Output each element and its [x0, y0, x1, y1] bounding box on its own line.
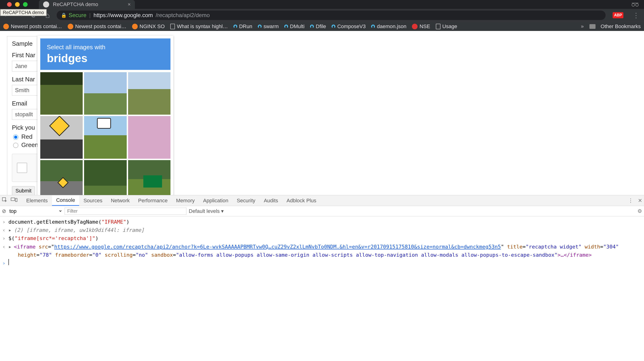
docker-icon: [332, 25, 335, 28]
console-text: >…</: [558, 252, 570, 258]
bookmark-label: swarm: [264, 24, 279, 30]
tab-favicon: [43, 2, 49, 8]
devtools-tab-application[interactable]: Application: [199, 195, 232, 206]
svg-rect-3: [11, 198, 15, 201]
challenge-grid: [40, 72, 170, 203]
challenge-instruction: Select all images with: [47, 44, 164, 51]
console-text: $(: [8, 235, 15, 241]
adblock-badge[interactable]: ABP: [612, 12, 624, 18]
bookmark-item[interactable]: Dfile: [310, 24, 326, 30]
devtools-tab-security[interactable]: Security: [232, 195, 260, 206]
console-text: "allow-forms allow-popups allow-same-ori…: [176, 252, 558, 258]
devtools-menu-icon[interactable]: ⋮: [628, 198, 633, 204]
devtools-tab-performance[interactable]: Performance: [134, 195, 172, 206]
console-text: iframe: [570, 252, 588, 258]
bookmark-item[interactable]: Newest posts contai…: [68, 24, 126, 30]
challenge-header: Select all images with bridges: [40, 39, 170, 70]
challenge-tile[interactable]: [40, 72, 83, 115]
radio-green-label: Green: [21, 141, 38, 149]
challenge-tile[interactable]: [128, 116, 170, 158]
console-output[interactable]: ›document.getElementsByTagName("IFRAME")…: [0, 216, 644, 269]
devtools-tab-console[interactable]: Console: [52, 195, 80, 206]
url-separator: |: [89, 12, 91, 19]
other-bookmarks[interactable]: Other Bookmarks: [590, 24, 641, 30]
bookmark-item[interactable]: Newest posts contai…: [3, 24, 62, 30]
browser-tab[interactable]: ReCAPTCHA demo ×: [39, 0, 135, 9]
docker-icon: [284, 25, 288, 28]
bookmark-label: Dfile: [316, 24, 326, 30]
devtools-panel: Elements Console Sources Network Perform…: [0, 195, 644, 275]
devtools-tab-network[interactable]: Network: [106, 195, 134, 206]
console-text: scrolling: [102, 252, 132, 258]
console-text: ]: [141, 227, 144, 233]
console-cursor: [8, 259, 9, 265]
close-window-icon[interactable]: [7, 2, 12, 7]
bookmark-item[interactable]: DRun: [234, 24, 252, 30]
bookmark-item[interactable]: Usage: [436, 24, 457, 30]
bookmark-label: NGINX SO: [140, 24, 165, 30]
console-filter-input[interactable]: [65, 208, 186, 215]
console-text: uw1kb9dif44l: [79, 227, 116, 233]
toggle-device-icon[interactable]: [11, 197, 17, 204]
console-context-select[interactable]: top: [8, 208, 62, 214]
radio-red-label: Red: [21, 133, 32, 140]
bookmark-label: Newest posts contai…: [11, 24, 62, 30]
titlebar: ReCAPTCHA demo × ReCAPTCHA demo: [0, 0, 644, 9]
console-text: "recaptcha widget": [526, 244, 582, 250]
url-box[interactable]: 🔒 Secure | https://www.google.com/recapt…: [57, 11, 606, 20]
console-toolbar: ⊘ top Default levels ▾ ⚙: [0, 206, 644, 216]
minimize-window-icon[interactable]: [15, 2, 20, 7]
bookmark-item[interactable]: DMulti: [284, 24, 304, 30]
browser-menu-icon[interactable]: ⋮: [633, 12, 639, 19]
tab-close-icon[interactable]: ×: [128, 2, 131, 8]
clear-console-icon[interactable]: ⊘: [2, 208, 6, 214]
svg-point-0: [632, 4, 635, 6]
bookmark-item[interactable]: daemon.json: [371, 24, 406, 30]
challenge-tile[interactable]: [84, 72, 126, 115]
docker-icon: [371, 25, 375, 28]
challenge-tile[interactable]: [128, 72, 170, 115]
console-text: >: [588, 252, 592, 258]
bookmark-label: DRun: [239, 24, 252, 30]
console-text: iframe: [54, 227, 72, 233]
radio-red[interactable]: [13, 135, 18, 140]
docker-icon: [234, 25, 237, 28]
stackoverflow-icon: [68, 24, 73, 29]
console-settings-icon[interactable]: ⚙: [638, 208, 642, 214]
nse-icon: [412, 24, 418, 29]
console-text: ): [95, 235, 98, 241]
devtools-tab-audits[interactable]: Audits: [260, 195, 282, 206]
stackoverflow-icon: [3, 24, 9, 29]
radio-green[interactable]: [13, 143, 18, 148]
devtools-tab-adblock[interactable]: Adblock Plus: [282, 195, 320, 206]
recaptcha-checkbox[interactable]: [17, 163, 27, 173]
challenge-tile[interactable]: [40, 116, 83, 158]
file-icon: [436, 24, 440, 29]
bookmark-item[interactable]: NGINX SO: [132, 24, 165, 30]
devtools-tab-memory[interactable]: Memory: [172, 195, 199, 206]
bookmark-item[interactable]: swarm: [258, 24, 279, 30]
bookmark-item[interactable]: NSE: [412, 24, 430, 30]
bookmark-item[interactable]: What is syntax highl…: [170, 24, 228, 30]
svg-point-1: [636, 4, 638, 6]
devtools-tab-elements[interactable]: Elements: [22, 195, 52, 206]
console-text: "304": [603, 244, 619, 250]
challenge-tile[interactable]: [84, 116, 126, 158]
window-controls: [7, 2, 28, 7]
submit-button[interactable]: Submit: [12, 186, 35, 195]
console-text: sandbox: [148, 252, 173, 258]
bookmarks-overflow-icon[interactable]: »: [581, 24, 584, 30]
maximize-window-icon[interactable]: [23, 2, 28, 7]
bookmark-label: DMulti: [290, 24, 304, 30]
bookmark-item[interactable]: ComposeV3: [332, 24, 366, 30]
bookmark-label: NSE: [420, 24, 430, 30]
console-text: "iframe[src*='recaptcha']": [15, 235, 95, 241]
console-text: (2): [14, 227, 23, 233]
console-text: "no": [136, 252, 148, 258]
devtools-close-icon[interactable]: ✕: [638, 198, 642, 204]
incognito-icon: [631, 1, 639, 8]
console-levels-select[interactable]: Default levels ▾: [189, 208, 224, 214]
forward-button[interactable]: →: [16, 11, 25, 20]
devtools-tab-sources[interactable]: Sources: [79, 195, 106, 206]
inspect-element-icon[interactable]: [2, 197, 8, 204]
